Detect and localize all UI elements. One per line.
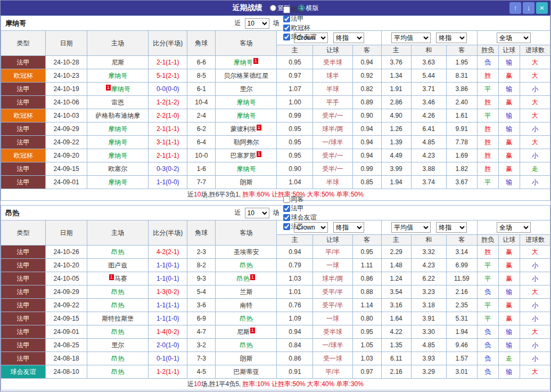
filter-controls: 近 10 场 同主法甲欧冠杯球会友谊 [235,5,317,42]
col-header-date: 日期 [46,220,87,246]
checkbox-input[interactable] [283,15,290,22]
checkbox-input[interactable] [283,6,290,13]
average-odds-select[interactable]: 平均值 [391,222,431,233]
col-header-eu-draw: 和 [411,235,446,246]
goals-result-cell: 小 [520,299,550,312]
away-team-cell: 里尔 [216,83,277,96]
team-name: 摩纳哥 [108,152,127,159]
filter-checkbox-球会友谊[interactable]: 球会友谊 [283,32,317,42]
handicap-result-cell: 赢 [498,136,520,149]
col-header-eu-home: 主 [381,45,411,56]
table-row: 欧冠杯 24-10-23 摩纳哥 5-1(2-1) 8-5 贝尔格莱德红星 0.… [1,69,550,83]
away-team-cell: 勒阿弗尔 [216,136,277,149]
goals-result-cell: 小 [520,123,550,136]
filter-checkbox-法乙[interactable]: 法乙 [283,222,317,231]
date-cell: 24-09-29 [46,123,87,136]
filter-checkbox-同客[interactable]: 同客 [283,195,317,204]
handicap-result-cell: 输 [498,123,520,136]
goals-result-cell: 大 [520,96,550,109]
ah-home-odds-cell: 1.09 [277,312,313,325]
league-type-cell: 法甲 [1,136,46,149]
result-cell: 负 [477,365,498,379]
eu-home-odds-cell: 3.54 [381,285,411,299]
team-name: 昂热 [240,341,252,349]
filter-checkbox-法甲[interactable]: 法甲 [283,14,317,23]
ah-away-odds-cell: 0.86 [352,272,381,285]
score-cell: 3-1(1-1) [149,136,187,149]
eu-away-odds-cell: 1.61 [446,109,477,123]
team-name: 蒙彼利埃 [231,125,256,133]
recent-count-select[interactable]: 10 [245,18,269,29]
checkbox-input[interactable] [283,214,290,221]
ah-away-odds-cell: 0.85 [352,176,381,189]
eu-home-odds-cell: 6.11 [381,352,411,365]
eu-home-odds-cell: 4.22 [381,325,411,339]
handicap-result-cell: 赢 [498,259,520,272]
score-cell: 2-0(1-0) [149,339,187,352]
result-cell: 负 [477,56,498,69]
corner-cell: 8-5 [187,69,216,83]
home-team-cell: 摩纳哥 [87,176,149,189]
checkbox-input[interactable] [283,205,290,212]
checkbox-input[interactable] [283,196,290,203]
goals-result-cell: 大 [520,56,550,69]
eu-home-odds-cell: 1.24 [381,272,411,285]
filter-checkbox-同主[interactable]: 同主 [283,5,317,14]
filter-checkbox-欧冠杯[interactable]: 欧冠杯 [283,23,317,32]
match-scope-select[interactable]: 全场 [497,32,531,43]
eu-final-index-select[interactable]: 终指 [436,222,467,233]
ah-handicap-cell: 一/球半 [313,339,352,352]
average-odds-select[interactable]: 平均值 [391,32,431,43]
filter-controls: 近 10 场 同客法甲球会友谊法乙 [235,195,317,231]
team-name: 摩纳哥 [111,85,130,93]
team-name: 欧塞尔 [108,165,127,173]
ah-away-odds-cell: 0.94 [352,56,381,69]
team-name: 尼斯 [237,328,250,336]
ah-handicap-cell: 平/半 [313,365,352,379]
date-cell: 24-10-23 [46,69,87,83]
col-header-date: 日期 [46,31,87,56]
goals-result-cell: 大 [520,69,550,83]
league-type-cell: 欧冠杯 [1,109,46,123]
score-cell: 4-2(2-1) [149,246,187,259]
team-name: 南特 [240,301,252,309]
summary-record: 场,胜1平4负5, [201,380,242,388]
move-down-button[interactable]: ↓ [523,2,534,14]
filter-checkbox-法甲[interactable]: 法甲 [283,204,317,213]
eu-away-odds-cell: 3.01 [446,365,477,379]
date-cell: 24-10-20 [46,259,87,272]
score-cell: 0-1(0-1) [149,352,187,365]
corner-cell: 7-7 [187,176,216,189]
home-team-cell: 欧塞尔 [87,162,149,176]
home-team-cell: 1摩纳哥 [87,83,149,96]
handicap-result-cell: 赢 [498,96,520,109]
col-header-eu-away: 客 [446,45,477,56]
eu-away-odds-cell: 9.91 [446,123,477,136]
handicap-result-cell: 输 [498,83,520,96]
close-icon: × [540,3,545,12]
away-team-cell: 摩纳哥 [216,162,277,176]
col-header-eu-home: 主 [381,235,411,246]
recent-count-select[interactable]: 10 [245,208,269,218]
close-button[interactable]: × [536,2,548,14]
goals-result-cell: 大 [520,136,550,149]
team-name: 兰斯 [240,288,252,296]
eu-final-index-select[interactable]: 终指 [436,32,467,43]
date-cell: 24-09-15 [46,162,87,176]
ah-final-index-select[interactable]: 终指 [333,32,364,43]
handicap-result-cell: 输 [498,56,520,69]
league-type-cell: 法甲 [1,272,46,285]
move-up-button[interactable]: ↑ [509,2,521,14]
handicap-result-cell: 输 [498,339,520,352]
checkbox-input[interactable] [283,223,290,230]
team-name-heading: 昂热 [5,208,19,218]
filter-checkbox-球会友谊[interactable]: 球会友谊 [283,213,317,222]
checkbox-input[interactable] [283,24,290,31]
ah-handicap-cell: 受半球 [313,325,352,339]
ah-final-index-select[interactable]: 终指 [333,222,364,233]
checkbox-input[interactable] [283,34,290,40]
handicap-result-cell: 输 [498,325,520,339]
home-team-cell: 摩纳哥 [87,123,149,136]
match-scope-select[interactable]: 全场 [497,222,531,233]
corner-cell: 6-9 [187,312,216,325]
